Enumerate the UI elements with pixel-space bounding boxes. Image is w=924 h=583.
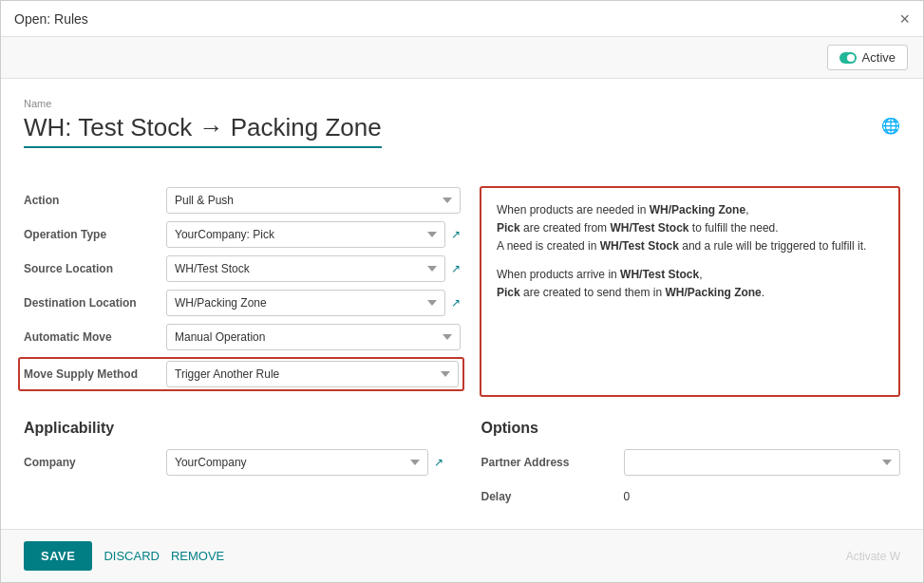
partner-address-select[interactable] [624, 449, 901, 476]
name-label: Name [24, 98, 900, 109]
delay-row: Delay 0 [481, 482, 901, 511]
action-label: Action [24, 194, 166, 207]
toggle-icon [839, 52, 857, 64]
globe-icon[interactable]: 🌐 [881, 117, 900, 135]
record-title[interactable]: WH: Test Stock → Packing Zone [24, 113, 382, 148]
active-label: Active [862, 50, 896, 65]
remove-button[interactable]: REMOVE [171, 549, 224, 563]
watermark: Activate W [846, 550, 900, 563]
company-select[interactable]: YourCompany [166, 449, 428, 476]
automatic-move-value: Manual Operation [166, 324, 461, 350]
close-button[interactable]: × [899, 10, 910, 28]
action-row: Action Pull & Push [24, 186, 461, 215]
content-area: Name 🌐 WH: Test Stock → Packing Zone Act… [1, 79, 923, 529]
company-external-link[interactable]: ↗ [434, 456, 443, 469]
main-window: Open: Rules × Active Name 🌐 WH: Test Sto… [0, 0, 924, 583]
delay-number: 0 [624, 490, 631, 503]
source-location-row: Source Location WH/Test Stock ↗ [24, 254, 461, 283]
options-section: Options Partner Address Delay 0 [481, 420, 901, 517]
destination-location-value: WH/Packing Zone ↗ [166, 290, 461, 316]
destination-location-label: Destination Location [24, 296, 166, 310]
title-area: Name 🌐 WH: Test Stock → Packing Zone [24, 98, 900, 167]
delay-label: Delay [481, 490, 624, 503]
operation-type-value: YourCompany: Pick ↗ [166, 221, 461, 248]
bottom-bar: SAVE DISCARD REMOVE Activate W [1, 529, 923, 582]
move-supply-method-value: Trigger Another Rule [166, 361, 459, 387]
automatic-move-label: Automatic Move [24, 330, 166, 344]
applicability-title: Applicability [24, 420, 443, 437]
description-paragraph-1: When products are needed in WH/Packing Z… [497, 201, 883, 256]
source-location-value: WH/Test Stock ↗ [166, 255, 461, 282]
move-supply-method-label: Move Supply Method [24, 367, 166, 381]
description-box: When products are needed in WH/Packing Z… [480, 186, 900, 397]
window-title: Open: Rules [14, 11, 88, 27]
toolbar: Active [1, 37, 923, 79]
partner-address-label: Partner Address [481, 456, 624, 469]
bottom-sections: Applicability Company YourCompany ↗ Opti… [24, 420, 900, 517]
destination-location-select[interactable]: WH/Packing Zone [166, 290, 445, 316]
discard-button[interactable]: DISCARD [104, 549, 160, 563]
partner-address-value [624, 449, 901, 476]
save-button[interactable]: SAVE [24, 541, 92, 571]
operation-type-select[interactable]: YourCompany: Pick [166, 221, 445, 248]
active-toggle[interactable]: Active [827, 45, 908, 70]
applicability-section: Applicability Company YourCompany ↗ [24, 420, 443, 517]
move-supply-method-row: Move Supply Method Trigger Another Rule [18, 357, 464, 391]
options-title: Options [481, 420, 901, 437]
company-label: Company [24, 456, 166, 469]
destination-location-external-link[interactable]: ↗ [451, 296, 461, 310]
destination-location-row: Destination Location WH/Packing Zone ↗ [24, 289, 461, 317]
form-fields: Action Pull & Push Operation Type YourCo… [24, 186, 461, 397]
company-row: Company YourCompany ↗ [24, 448, 443, 477]
action-select[interactable]: Pull & Push [166, 187, 461, 214]
operation-type-row: Operation Type YourCompany: Pick ↗ [24, 220, 461, 249]
main-section: Action Pull & Push Operation Type YourCo… [24, 186, 900, 397]
description-paragraph-2: When products arrive in WH/Test Stock, P… [497, 266, 883, 302]
partner-address-row: Partner Address [481, 448, 901, 477]
delay-value: 0 [624, 490, 901, 503]
source-location-external-link[interactable]: ↗ [451, 262, 461, 275]
operation-type-external-link[interactable]: ↗ [451, 228, 461, 241]
company-value: YourCompany ↗ [166, 449, 443, 476]
operation-type-label: Operation Type [24, 228, 166, 241]
source-location-label: Source Location [24, 262, 166, 275]
source-location-select[interactable]: WH/Test Stock [166, 255, 445, 282]
action-value: Pull & Push [166, 187, 461, 214]
move-supply-method-select[interactable]: Trigger Another Rule [166, 361, 459, 387]
automatic-move-select[interactable]: Manual Operation [166, 324, 461, 350]
title-bar: Open: Rules × [1, 1, 923, 37]
automatic-move-row: Automatic Move Manual Operation [24, 323, 461, 351]
